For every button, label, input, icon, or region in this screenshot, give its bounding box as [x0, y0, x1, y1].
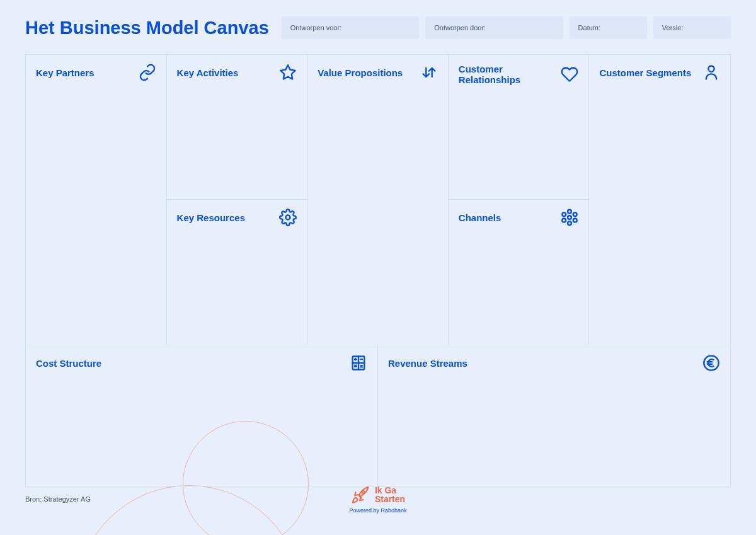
brand-line2: Starten [375, 495, 405, 503]
block-title-customer-relationships: Customer Relationships [459, 64, 561, 85]
svg-point-6 [573, 212, 577, 216]
network-icon [561, 209, 578, 226]
block-title-key-activities: Key Activities [177, 67, 239, 78]
svg-point-7 [563, 219, 566, 222]
heart-icon [561, 66, 578, 83]
block-revenue-streams[interactable]: Revenue Streams [378, 345, 730, 486]
meta-date[interactable]: Datum: [570, 16, 647, 39]
rocket-icon [351, 485, 371, 505]
block-key-resources[interactable]: Key Resources [167, 200, 307, 345]
meta-version[interactable]: Versie: [653, 16, 731, 39]
brand-subtitle: Powered by Rabobank [349, 507, 406, 514]
svg-line-17 [355, 365, 356, 367]
arrows-up-down-icon [420, 64, 438, 81]
block-title-revenue-streams: Revenue Streams [388, 358, 467, 369]
meta-designed-by-label: Ontworpen door: [434, 24, 486, 32]
calculator-icon [350, 354, 367, 372]
block-title-customer-segments: Customer Segments [599, 67, 691, 78]
block-key-partners[interactable]: Key Partners [26, 55, 166, 345]
meta-designed-for[interactable]: Ontworpen voor: [282, 16, 419, 39]
block-title-cost-structure: Cost Structure [36, 358, 101, 369]
svg-point-1 [286, 216, 290, 220]
block-title-key-partners: Key Partners [36, 67, 94, 78]
star-icon [279, 64, 297, 81]
meta-date-label: Datum: [578, 24, 600, 32]
gear-icon [279, 209, 297, 226]
svg-point-2 [568, 216, 571, 219]
svg-point-3 [568, 210, 571, 214]
meta-designed-by[interactable]: Ontworpen door: [425, 16, 563, 39]
svg-point-23 [362, 491, 365, 493]
svg-point-8 [573, 219, 577, 222]
footer: Bron: Strategyzer AG Ik Ga Starten Power… [25, 486, 731, 503]
footer-brand: Ik Ga Starten Powered by Rabobank [349, 485, 406, 514]
svg-point-20 [704, 355, 718, 370]
euro-icon [702, 354, 720, 372]
bmc-canvas: Key Partners Key Activities [25, 54, 731, 486]
block-title-key-resources: Key Resources [177, 212, 245, 223]
footer-source: Bron: Strategyzer AG [25, 495, 91, 503]
svg-point-5 [563, 212, 566, 216]
block-cost-structure[interactable]: Cost Structure [26, 345, 378, 486]
block-customer-relationships[interactable]: Customer Relationships [449, 55, 589, 200]
header: Het Business Model Canvas Ontworpen voor… [25, 16, 731, 39]
block-customer-segments[interactable]: Customer Segments [589, 55, 730, 345]
block-title-channels: Channels [459, 212, 501, 223]
svg-point-4 [568, 221, 571, 225]
svg-point-9 [708, 66, 714, 72]
block-value-propositions[interactable]: Value Propositions [307, 55, 448, 345]
block-channels[interactable]: Channels [449, 200, 589, 345]
person-icon [702, 64, 720, 81]
block-title-value-propositions: Value Propositions [318, 67, 403, 78]
link-icon [139, 64, 156, 81]
page-title: Het Business Model Canvas [25, 18, 269, 38]
meta-designed-for-label: Ontworpen voor: [290, 24, 341, 32]
svg-marker-0 [281, 65, 295, 79]
meta-version-label: Versie: [662, 24, 684, 32]
brand-line1: Ik Ga [375, 486, 405, 495]
block-key-activities[interactable]: Key Activities [167, 55, 307, 200]
